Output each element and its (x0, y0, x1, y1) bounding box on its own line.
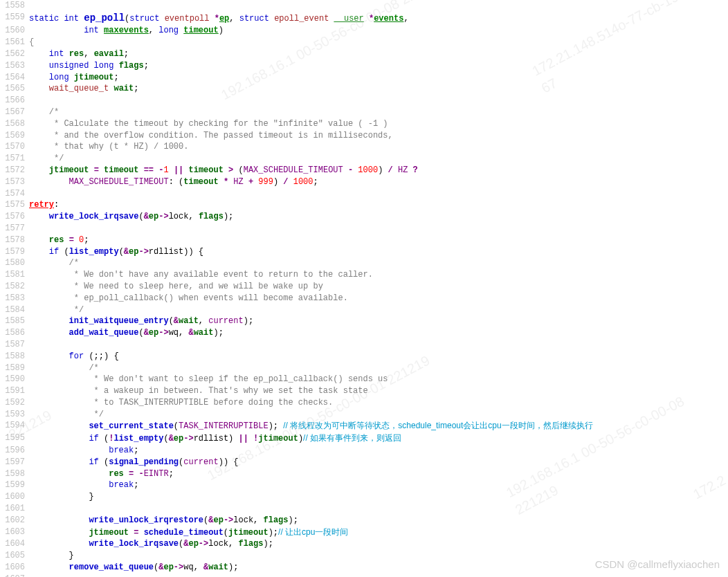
code-line: 1587 (0, 339, 728, 351)
line-number: 1604 (0, 538, 29, 550)
code-content: int maxevents, long timeout) (29, 25, 728, 37)
line-number: 1603 (0, 526, 29, 539)
line-number: 1588 (0, 351, 29, 363)
line-number: 1591 (0, 385, 29, 397)
code-line: 1586 add_wait_queue(&ep->wq, &wait); (0, 327, 728, 339)
line-number: 1565 (0, 83, 29, 95)
code-line: 1574 (0, 188, 728, 200)
code-content: long jtimeout; (29, 72, 728, 84)
code-content: * ep_poll_callback() when events will be… (29, 293, 728, 304)
line-number: 1570 (0, 141, 29, 153)
line-number: 1594 (0, 420, 29, 432)
line-number: 1601 (0, 503, 29, 515)
code-line: 1575retry: (0, 199, 728, 211)
line-number: 1575 (0, 199, 29, 211)
code-content: * a wakeup in between. That's why we set… (29, 385, 728, 397)
line-number: 1568 (0, 118, 29, 130)
code-line: 1559static int ep_poll(struct eventpoll … (0, 12, 728, 26)
code-content: /* (29, 257, 728, 269)
code-line: 1564 long jtimeout; (0, 72, 728, 84)
code-line: 1572 jtimeout = timeout == -1 || timeout… (0, 165, 728, 176)
line-number: 1602 (0, 515, 29, 526)
line-number: 1582 (0, 281, 29, 293)
line-number: 1578 (0, 235, 29, 246)
code-content: break; (29, 445, 728, 457)
code-line: 1580 /* (0, 257, 728, 269)
code-line: 1563 unsigned long flags; (0, 60, 728, 72)
line-number: 1573 (0, 176, 29, 188)
code-content: /* (29, 107, 728, 118)
code-line: 1602 write_unlock_irqrestore(&ep->lock, … (0, 515, 728, 526)
code-content: if (signal_pending(current)) { (29, 457, 728, 468)
line-number: 1599 (0, 479, 29, 491)
line-number: 1564 (0, 72, 29, 84)
code-content (29, 188, 728, 200)
line-number: 1597 (0, 457, 29, 468)
code-line: 1599 break; (0, 479, 728, 491)
code-content: unsigned long flags; (29, 60, 728, 72)
code-line: 1594 set_current_state(TASK_INTERRUPTIBL… (0, 420, 728, 432)
code-content: if (!list_empty(&ep->rdllist) || !jtimeo… (29, 432, 728, 445)
code-content: set_current_state(TASK_INTERRUPTIBLE); /… (29, 420, 728, 432)
code-line: 1588 for (;;) { (0, 351, 728, 363)
code-content (29, 574, 728, 577)
line-number: 1572 (0, 165, 29, 176)
code-line: 1584 */ (0, 304, 728, 316)
code-line: 1598 res = -EINTR; (0, 468, 728, 480)
line-number: 1584 (0, 304, 29, 316)
line-number: 1587 (0, 339, 29, 351)
line-number: 1574 (0, 188, 29, 200)
code-content: /* (29, 363, 728, 374)
code-line: 1562 int res, eavail; (0, 48, 728, 60)
code-content: MAX_SCHEDULE_TIMEOUT: (timeout * HZ + 99… (29, 176, 728, 188)
code-content: write_lock_irqsave(&ep->lock, flags); (29, 211, 728, 223)
code-content: static int ep_poll(struct eventpoll *ep,… (29, 12, 728, 26)
line-number: 1583 (0, 293, 29, 304)
code-content: * We don't have any available event to r… (29, 269, 728, 281)
code-content: * that why (t * HZ) / 1000. (29, 141, 728, 153)
code-content: */ (29, 153, 728, 165)
line-number: 1580 (0, 257, 29, 269)
code-line: 1590 * We don't want to sleep if the ep_… (0, 374, 728, 385)
line-number: 1569 (0, 130, 29, 142)
code-content (29, 339, 728, 351)
line-number: 1593 (0, 409, 29, 421)
code-content: * Calculate the timeout by checking for … (29, 118, 728, 130)
code-line: 1568 * Calculate the timeout by checking… (0, 118, 728, 130)
csdn-watermark: CSDN @callmeflyxiaochen (595, 557, 720, 571)
code-editor: 15581559static int ep_poll(struct eventp… (0, 0, 728, 577)
code-content (29, 95, 728, 107)
code-content: */ (29, 409, 728, 421)
line-number: 1595 (0, 432, 29, 445)
code-line: 1570 * that why (t * HZ) / 1000. (0, 141, 728, 153)
code-line: 1593 */ (0, 409, 728, 421)
code-line: 1581 * We don't have any available event… (0, 269, 728, 281)
line-number: 1558 (0, 0, 29, 12)
code-content: { (29, 37, 728, 48)
code-content: int res, eavail; (29, 48, 728, 60)
code-line: 1597 if (signal_pending(current)) { (0, 457, 728, 468)
code-line: 1596 break; (0, 445, 728, 457)
code-content (29, 223, 728, 235)
code-content: jtimeout = timeout == -1 || timeout > (M… (29, 165, 728, 176)
code-content: write_unlock_irqrestore(&ep->lock, flags… (29, 515, 728, 526)
code-line: 1582 * We need to sleep here, and we wil… (0, 281, 728, 293)
code-line: 1595 if (!list_empty(&ep->rdllist) || !j… (0, 432, 728, 445)
line-number: 1581 (0, 269, 29, 281)
line-number: 1559 (0, 12, 29, 26)
code-content: wait_queue_t wait; (29, 83, 728, 95)
code-line: 1569 * and the overflow condition. The p… (0, 130, 728, 142)
code-line: 1591 * a wakeup in between. That's why w… (0, 385, 728, 397)
line-number: 1562 (0, 48, 29, 60)
code-line: 1583 * ep_poll_callback() when events wi… (0, 293, 728, 304)
code-content: write_lock_irqsave(&ep->lock, flags); (29, 538, 728, 550)
code-content: for (;;) { (29, 351, 728, 363)
code-content: retry: (29, 199, 728, 211)
line-number: 1571 (0, 153, 29, 165)
line-number: 1561 (0, 37, 29, 48)
code-line: 1567 /* (0, 107, 728, 118)
code-line: 1566 (0, 95, 728, 107)
code-line: 1589 /* (0, 363, 728, 374)
line-number: 1586 (0, 327, 29, 339)
code-content: */ (29, 304, 728, 316)
